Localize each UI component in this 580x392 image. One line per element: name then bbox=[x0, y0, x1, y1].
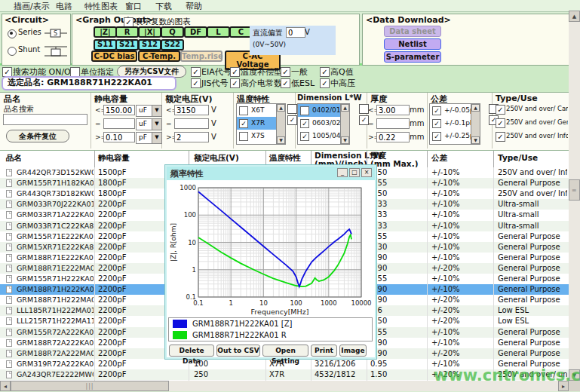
category-checkbox[interactable]: ✓ bbox=[230, 67, 240, 77]
graph-button-R[interactable]: R bbox=[115, 26, 139, 38]
minimize-icon[interactable]: _ bbox=[337, 168, 348, 177]
graph-button-S21[interactable]: S21 bbox=[115, 39, 139, 51]
netlist-button[interactable]: Netlist bbox=[384, 38, 441, 50]
print-button[interactable]: Print bbox=[311, 345, 337, 357]
vertical-scrollbar[interactable]: ▲ ≡ ▼ bbox=[569, 11, 580, 381]
category-checkbox[interactable]: ✓ bbox=[320, 67, 330, 77]
graph-button-c-dc-bias[interactable]: C-DC bias bbox=[91, 51, 137, 62]
graph-button-DF[interactable]: DF bbox=[184, 26, 207, 38]
dimension-option[interactable]: 0402/01005 bbox=[298, 104, 340, 117]
category-checkbox[interactable]: ✓ bbox=[281, 78, 290, 88]
tolerance-option[interactable]: ✓+/-0.05pF bbox=[430, 104, 471, 117]
dimension-option[interactable]: ✓1005/0402 bbox=[298, 130, 340, 142]
temp-char-option-checkbox[interactable] bbox=[239, 106, 248, 115]
part-search-input[interactable] bbox=[3, 114, 87, 125]
thickness-filter-input[interactable] bbox=[376, 132, 410, 142]
reset-all-button[interactable]: 全条件复位 bbox=[6, 130, 69, 142]
tolerance-listbox-scrollbar[interactable]: ▲▼ bbox=[471, 104, 480, 144]
capacitance-filter-input[interactable] bbox=[103, 132, 135, 142]
capacitance-filter-unit-dropdown[interactable]: uF▼ bbox=[136, 118, 162, 130]
temp-char-clear-all-button[interactable] bbox=[287, 104, 297, 114]
type-use-checkbox[interactable]: ✓ bbox=[496, 105, 505, 115]
menu-item-5[interactable]: 下载 bbox=[155, 1, 172, 12]
maximize-icon[interactable]: □ bbox=[349, 168, 360, 177]
graph-button-Q[interactable]: Q bbox=[161, 26, 184, 38]
graph-button-S22[interactable]: S22 bbox=[161, 39, 184, 51]
category-checkbox[interactable]: ✓ bbox=[320, 78, 330, 88]
vertical-scroll-thumb[interactable]: ≡ bbox=[569, 179, 580, 201]
scroll-down-arrow[interactable]: ▼ bbox=[341, 136, 349, 144]
chevron-down-icon[interactable]: ▼ bbox=[152, 133, 161, 143]
popup-title-bar[interactable]: 频率特性 _ □ × bbox=[167, 167, 375, 180]
thickness-filter-input[interactable] bbox=[376, 118, 410, 129]
s-parameter-button[interactable]: S-parameter bbox=[384, 51, 441, 63]
menu-item-3[interactable]: 特性图表 bbox=[84, 1, 118, 12]
circuit-radio-shunt[interactable] bbox=[8, 47, 17, 56]
capacitance-filter-unit-dropdown[interactable]: uF▼ bbox=[136, 105, 162, 117]
voltage-filter-input[interactable] bbox=[174, 118, 209, 129]
thickness-filter-input[interactable] bbox=[376, 105, 410, 115]
dimension-clear-all-button[interactable] bbox=[359, 104, 369, 114]
graph-button-Z[interactable]: |Z| bbox=[94, 26, 117, 38]
graph-button-c-temp-[interactable]: C-Temp. bbox=[138, 51, 180, 62]
scroll-up-arrow[interactable]: ▲ bbox=[277, 104, 285, 112]
graph-button-S11[interactable]: S11 bbox=[94, 39, 117, 51]
dimension-listbox-scrollbar[interactable]: ▲▼ bbox=[340, 104, 349, 144]
temp-char-option[interactable]: X7S bbox=[237, 130, 276, 142]
menu-item-2[interactable]: 电路 bbox=[56, 1, 72, 12]
horizontal-scroll-thumb[interactable]: ||| bbox=[11, 381, 169, 391]
temp-char-listbox-scrollbar[interactable]: ▲▼ bbox=[276, 104, 285, 144]
dimension-option-checkbox[interactable] bbox=[300, 106, 309, 115]
menu-item-4[interactable]: 窗口 bbox=[125, 1, 142, 12]
table-cell-part: GRM033R70J222KA01 bbox=[17, 200, 94, 208]
temp-char-option-checkbox[interactable]: ✓ bbox=[239, 119, 248, 128]
tolerance-option[interactable]: ✓+/-0.1pF bbox=[430, 117, 471, 130]
image-button[interactable]: Image bbox=[339, 345, 367, 357]
capacitance-filter-unit-dropdown[interactable]: pF▼ bbox=[136, 132, 162, 144]
category-checkbox[interactable]: ✓ bbox=[281, 67, 290, 77]
scroll-up-arrow[interactable]: ▲ bbox=[471, 104, 480, 112]
graph-button-temp-rise[interactable]: Temp.rise bbox=[180, 51, 222, 62]
dimension-select-all-button[interactable]: ✓ bbox=[359, 115, 369, 125]
scroll-down-arrow[interactable]: ▼ bbox=[471, 136, 480, 144]
category-checkbox[interactable]: ✓ bbox=[191, 67, 201, 77]
scroll-up-arrow[interactable]: ▲ bbox=[569, 11, 580, 22]
dimension-option-checkbox[interactable]: ✓ bbox=[300, 132, 309, 141]
category-checkbox[interactable]: ✓ bbox=[230, 78, 240, 88]
dimension-option-checkbox[interactable]: ✓ bbox=[300, 119, 309, 128]
type-use-checkbox[interactable]: ✓ bbox=[496, 132, 505, 142]
menu-item-6[interactable]: 帮助 bbox=[186, 1, 202, 12]
menu-item-1[interactable]: 描画/表示 bbox=[14, 1, 50, 12]
tolerance-option-checkbox[interactable]: ✓ bbox=[432, 119, 441, 128]
dc-bias-input[interactable] bbox=[286, 27, 305, 38]
delete-data-button[interactable]: Delete Data bbox=[169, 345, 214, 357]
tolerance-option-checkbox[interactable]: ✓ bbox=[432, 106, 441, 115]
circuit-radio-series[interactable] bbox=[8, 29, 17, 38]
open-setting-button[interactable]: Open Setting bbox=[262, 345, 308, 357]
dimension-option[interactable]: ✓0603/0201 bbox=[298, 117, 340, 130]
tolerance-option[interactable]: ✓+/-0.25pF bbox=[430, 130, 471, 142]
temp-char-select-all-button[interactable]: ✓ bbox=[287, 115, 297, 125]
out-to-csv-button[interactable]: Out to CSV bbox=[216, 345, 260, 357]
scroll-down-arrow[interactable]: ▼ bbox=[277, 136, 285, 144]
temp-char-option[interactable]: ✓X7R bbox=[237, 117, 276, 130]
tolerance-option-checkbox[interactable]: ✓ bbox=[432, 132, 441, 141]
graph-button-L[interactable]: L bbox=[207, 26, 230, 38]
voltage-filter-input[interactable] bbox=[174, 105, 209, 115]
close-icon[interactable]: × bbox=[361, 168, 372, 177]
chevron-down-icon[interactable]: ▼ bbox=[152, 106, 161, 116]
scroll-up-arrow[interactable]: ▲ bbox=[341, 104, 349, 112]
temp-char-option[interactable]: X6T bbox=[237, 104, 276, 117]
document-icon bbox=[6, 265, 12, 272]
type-use-checkbox[interactable]: ✓ bbox=[496, 118, 505, 128]
capacitance-filter-input[interactable] bbox=[103, 105, 135, 115]
scroll-left-arrow[interactable]: ◂ bbox=[0, 381, 11, 391]
chevron-down-icon[interactable]: ▼ bbox=[152, 119, 161, 130]
graph-button-S12[interactable]: S12 bbox=[138, 39, 161, 51]
graph-button-X[interactable]: |X| bbox=[138, 26, 161, 38]
voltage-filter-input[interactable] bbox=[174, 132, 209, 142]
capacitance-filter-input[interactable] bbox=[103, 118, 135, 129]
temp-char-option-checkbox[interactable] bbox=[239, 132, 248, 141]
data-sheet-button[interactable]: Data sheet bbox=[384, 26, 441, 37]
category-checkbox[interactable]: ✓ bbox=[191, 78, 201, 88]
